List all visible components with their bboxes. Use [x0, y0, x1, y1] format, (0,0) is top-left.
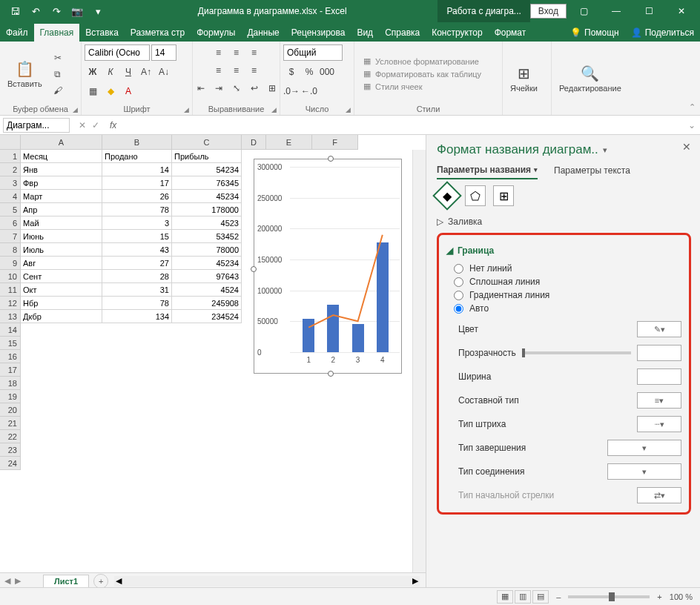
dialog-launcher-icon[interactable]: ◢ — [73, 106, 78, 113]
row-header[interactable]: 2 — [0, 163, 21, 176]
align-right-icon[interactable]: ≡ — [246, 62, 262, 79]
chart-bar[interactable] — [303, 319, 314, 352]
cell[interactable]: Апр — [21, 203, 102, 216]
collapse-ribbon-icon[interactable]: ⌃ — [689, 102, 696, 112]
color-picker[interactable]: ✎▾ — [637, 321, 681, 337]
effects-category-icon[interactable]: ⬠ — [465, 185, 486, 206]
row-header[interactable]: 21 — [0, 417, 21, 430]
row-header[interactable]: 18 — [0, 377, 21, 390]
maximize-icon[interactable]: ☐ — [633, 0, 664, 22]
percent-icon[interactable]: % — [301, 64, 317, 80]
fx-icon[interactable]: fx — [105, 120, 121, 130]
cell[interactable]: Дкбр — [21, 310, 102, 323]
cell[interactable]: Месяц — [21, 150, 102, 163]
tab-insert[interactable]: Вставка — [79, 24, 125, 42]
cell[interactable]: 78000 — [172, 243, 242, 257]
tab-data[interactable]: Данные — [241, 24, 285, 42]
cell[interactable]: 53452 — [172, 230, 242, 243]
vertical-scrollbar[interactable] — [412, 150, 426, 572]
close-pane-icon[interactable]: ✕ — [682, 141, 691, 153]
tell-me-button[interactable]: 💡Помощн — [564, 24, 625, 42]
solid-line-radio[interactable]: Сплошная линия — [454, 277, 681, 287]
cells-button[interactable]: ⊞Ячейки — [506, 62, 542, 96]
cell[interactable]: 234524 — [172, 310, 242, 323]
row-header[interactable]: 5 — [0, 203, 21, 216]
cut-icon[interactable]: ✂ — [50, 50, 66, 65]
row-header[interactable]: 24 — [0, 457, 21, 470]
chart-bar[interactable] — [377, 242, 389, 352]
row-header[interactable]: 17 — [0, 363, 21, 377]
embedded-chart[interactable]: 050000100000150000200000250000300000 123… — [254, 159, 402, 374]
dialog-launcher-icon[interactable]: ◢ — [346, 106, 351, 113]
ribbon-display-icon[interactable]: ▢ — [568, 0, 599, 22]
wrap-text-icon[interactable]: ↩ — [246, 80, 262, 96]
tab-formulas[interactable]: Формулы — [191, 24, 241, 42]
row-header[interactable]: 14 — [0, 323, 21, 337]
row-header[interactable]: 8 — [0, 243, 21, 257]
underline-button[interactable]: Ч — [120, 64, 136, 80]
align-top-icon[interactable]: ≡ — [211, 44, 227, 61]
tab-chart-format[interactable]: Формат — [489, 24, 532, 42]
dash-picker[interactable]: ┈▾ — [637, 416, 681, 432]
comma-icon[interactable]: 000 — [319, 64, 335, 80]
cell[interactable]: 78 — [102, 203, 172, 216]
chart-bar[interactable] — [352, 324, 364, 352]
align-center-icon[interactable]: ≡ — [228, 62, 245, 79]
align-bottom-icon[interactable]: ≡ — [246, 44, 262, 61]
share-button[interactable]: 👤Поделиться — [625, 24, 700, 42]
cell[interactable]: Фвр — [21, 176, 102, 190]
transparency-input[interactable] — [637, 345, 681, 361]
save-icon[interactable]: 🖫 — [6, 2, 24, 20]
column-header[interactable]: C — [172, 135, 242, 150]
row-header[interactable]: 13 — [0, 310, 21, 323]
currency-icon[interactable]: $ — [283, 64, 300, 80]
cell[interactable]: Июль — [21, 243, 102, 257]
cell[interactable]: Май — [21, 216, 102, 230]
tab-help[interactable]: Справка — [379, 24, 426, 42]
font-color-button[interactable]: A — [120, 83, 136, 99]
compound-picker[interactable]: ≡▾ — [637, 392, 681, 409]
row-header[interactable]: 1 — [0, 150, 21, 163]
enter-formula-icon[interactable]: ✓ — [92, 120, 99, 130]
cell[interactable]: Окт — [21, 283, 102, 297]
cell[interactable]: 14 — [102, 163, 172, 176]
chart-bar[interactable] — [327, 305, 339, 352]
auto-line-radio[interactable]: Авто — [454, 303, 681, 314]
font-name-combo[interactable] — [85, 44, 150, 61]
tab-page-layout[interactable]: Разметка стр — [125, 24, 191, 42]
cell[interactable]: Нбр — [21, 297, 102, 310]
column-header[interactable]: F — [312, 135, 358, 150]
tab-view[interactable]: Вид — [351, 24, 379, 42]
cell[interactable]: 134 — [102, 310, 172, 323]
decrease-decimal-icon[interactable]: ←.0 — [301, 83, 317, 99]
paste-button[interactable]: 📋Вставить — [3, 57, 47, 91]
width-input[interactable] — [637, 368, 681, 385]
italic-button[interactable]: К — [102, 64, 119, 80]
increase-font-icon[interactable]: A↑ — [138, 64, 154, 80]
new-sheet-icon[interactable]: + — [93, 574, 108, 589]
cell[interactable]: Продано — [102, 150, 172, 163]
decrease-indent-icon[interactable]: ⇤ — [193, 80, 209, 96]
login-button[interactable]: Вход — [530, 4, 567, 19]
title-params-tab[interactable]: Параметры названия▾ — [437, 165, 538, 179]
name-box[interactable] — [3, 118, 70, 133]
row-header[interactable]: 3 — [0, 176, 21, 190]
cell[interactable]: Март — [21, 190, 102, 203]
row-header[interactable]: 22 — [0, 430, 21, 443]
cell[interactable]: Сент — [21, 270, 102, 283]
cell[interactable]: 27 — [102, 257, 172, 270]
orientation-icon[interactable]: ⤡ — [228, 80, 245, 96]
row-header[interactable]: 4 — [0, 190, 21, 203]
normal-view-icon[interactable]: ▦ — [497, 590, 513, 604]
page-layout-view-icon[interactable]: ▥ — [515, 590, 531, 604]
cap-select[interactable]: ▾ — [607, 440, 681, 456]
expand-formula-bar-icon[interactable]: ⌄ — [688, 120, 700, 130]
undo-icon[interactable]: ↶ — [27, 2, 44, 20]
conditional-formatting-button[interactable]: ▦Условное форматирование — [363, 56, 481, 66]
border-section-header[interactable]: ◢Граница — [446, 241, 681, 260]
align-middle-icon[interactable]: ≡ — [228, 44, 245, 61]
begin-arrow-picker[interactable]: ⇄▾ — [637, 487, 681, 503]
camera-icon[interactable]: 📷 — [68, 2, 86, 20]
row-header[interactable]: 19 — [0, 390, 21, 403]
border-button[interactable]: ▦ — [85, 83, 101, 99]
